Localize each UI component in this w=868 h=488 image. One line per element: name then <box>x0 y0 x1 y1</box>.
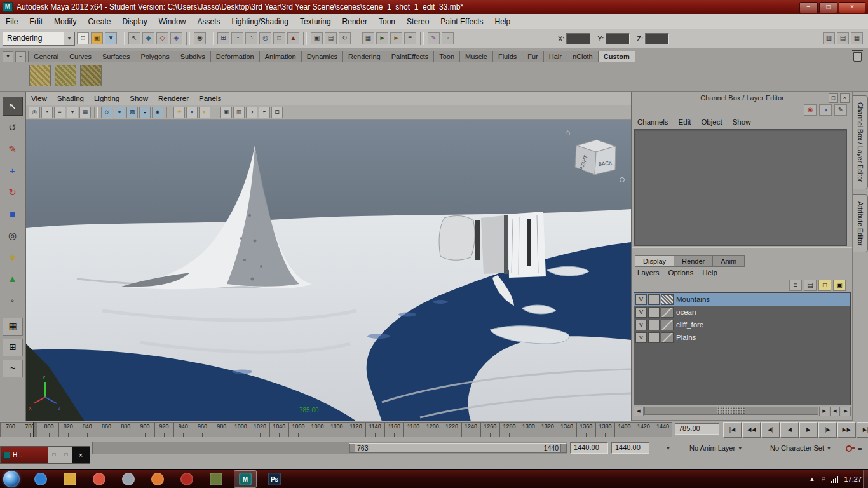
time-tick[interactable]: 1200 <box>423 423 442 437</box>
taskbar-app-7[interactable] <box>205 470 227 488</box>
scrollbar-grip[interactable] <box>717 407 745 414</box>
menubar-item[interactable]: Help <box>489 15 517 28</box>
layer-visibility-toggle[interactable]: V <box>635 332 647 343</box>
layer-color-swatch[interactable] <box>661 332 674 343</box>
wireframe-on-shaded-icon[interactable]: ◈ <box>152 107 163 118</box>
show-attribute-editor-icon[interactable]: ▥ <box>823 32 835 44</box>
time-tick[interactable]: 1340 <box>557 423 576 437</box>
taskbar-photoshop[interactable]: Ps <box>263 470 286 488</box>
menubar-item[interactable]: Render <box>337 15 373 28</box>
time-tick[interactable]: 1360 <box>576 423 595 437</box>
channel-box-menu-item[interactable]: Edit <box>679 118 691 126</box>
paint-selection-tool[interactable]: ✎ <box>3 140 23 159</box>
last-tool-used[interactable]: ◦ <box>3 291 23 310</box>
go-to-start-button[interactable]: |◀ <box>723 422 742 438</box>
time-tick[interactable]: 1140 <box>365 423 384 437</box>
make-live-icon[interactable]: ▲ <box>287 32 299 44</box>
taskbar-app-6[interactable] <box>175 470 198 488</box>
layer-list-scrollbar[interactable]: ◀ ▶ ◀ ▶ <box>634 407 851 415</box>
anim-layer-dropdown[interactable]: No Anim Layer ▼ <box>689 442 742 454</box>
taskbar-app-2[interactable] <box>58 470 81 488</box>
viewport-menu-item[interactable]: Shading <box>52 93 89 104</box>
lasso-select-tool[interactable]: ↺ <box>3 118 23 137</box>
channel-box-menu-item[interactable]: Channels <box>637 118 668 126</box>
viewport-menu-item[interactable]: Show <box>125 93 153 104</box>
layer-playback-toggle[interactable] <box>648 307 660 318</box>
taskbar-app-3[interactable] <box>88 470 111 488</box>
scene-3d-view[interactable]: ⌂ RIGHT BACK Y x z 785.00 <box>26 120 631 421</box>
layer-visibility-toggle[interactable]: V <box>635 294 647 305</box>
coordinate-field[interactable] <box>566 33 590 44</box>
shelf-tab[interactable]: nCloth <box>567 51 598 62</box>
open-scene-icon[interactable]: ▣ <box>91 32 103 44</box>
layer-name[interactable]: Plains <box>676 334 696 341</box>
time-tick[interactable]: 840 <box>78 423 97 437</box>
menubar-item[interactable]: Assets <box>191 15 226 28</box>
time-tick[interactable]: 1260 <box>480 423 499 437</box>
taskbar-app-5[interactable] <box>146 470 169 488</box>
time-tick[interactable]: 1180 <box>403 423 423 437</box>
scroll-left-end-icon[interactable]: ◀ <box>830 407 840 416</box>
scale-tool[interactable]: ■ <box>3 205 23 224</box>
select-by-component-icon[interactable]: ◇ <box>156 32 168 44</box>
layer-name[interactable]: ocean <box>676 308 696 316</box>
snap-to-grid-icon[interactable]: ⊞ <box>217 32 229 44</box>
layer-row[interactable]: V ocean <box>634 306 850 318</box>
hidden-icons-icon[interactable]: ▲ <box>809 476 815 482</box>
time-tick[interactable]: 1300 <box>519 423 538 437</box>
camera-attributes-icon[interactable]: ≡ <box>54 107 65 118</box>
collapsed-maximize-icon[interactable]: □ <box>60 447 72 463</box>
time-tick[interactable]: 920 <box>154 423 173 437</box>
menu-set-dropdown[interactable]: Rendering ▼ <box>3 32 75 46</box>
shelf-tab[interactable]: Subdivs <box>175 51 210 62</box>
menubar-item[interactable]: Create <box>82 15 116 28</box>
time-tick[interactable]: 1120 <box>346 423 365 437</box>
shelf-tab[interactable]: Surfaces <box>97 51 135 62</box>
viewport-menu-item[interactable]: Lighting <box>89 93 125 104</box>
layer-editor-menu-item[interactable]: Help <box>702 269 717 276</box>
minimize-button[interactable]: − <box>799 2 818 13</box>
layer-visibility-toggle[interactable]: V <box>635 320 647 330</box>
time-tick[interactable]: 980 <box>212 423 231 437</box>
scroll-left-icon[interactable]: ◀ <box>634 407 644 416</box>
panel-splitter[interactable]: ····· <box>632 247 852 253</box>
gamma-icon[interactable]: ◓ <box>259 107 270 118</box>
shelf-tab[interactable]: Fur <box>522 51 543 62</box>
time-tick[interactable]: 1000 <box>231 423 250 437</box>
taskbar-maya[interactable]: M <box>234 470 257 488</box>
playback-end-field[interactable]: 1440.00 <box>570 442 608 454</box>
textured-icon[interactable]: ▨ <box>126 107 138 118</box>
network-icon[interactable] <box>831 476 838 483</box>
bookmarks-icon[interactable]: ▾ <box>67 107 78 118</box>
time-tick[interactable]: 1080 <box>308 423 327 437</box>
play-backwards-button[interactable]: ◀ <box>780 422 799 438</box>
show-tool-settings-icon[interactable]: ▤ <box>837 32 849 44</box>
select-by-asset-icon[interactable]: ◈ <box>170 32 182 44</box>
wireframe-icon[interactable]: ◇ <box>101 107 112 118</box>
output-connections-icon[interactable]: ▤ <box>325 32 337 44</box>
layer-editor-tab[interactable]: Render <box>674 255 712 267</box>
layer-editor-tab[interactable]: Anim <box>712 255 745 267</box>
paint-effects-icon[interactable]: ✎ <box>428 32 440 44</box>
time-tick[interactable]: 1240 <box>461 423 480 437</box>
range-slider-bar[interactable]: 763 1440 <box>349 443 567 453</box>
shelf-item-3[interactable] <box>80 65 102 86</box>
character-set-dropdown[interactable]: No Character Set ▼ <box>770 442 831 454</box>
open-render-view-icon[interactable]: ▦ <box>362 32 374 44</box>
isolate-select-icon[interactable]: ▣ <box>220 107 232 118</box>
channel-edit-icon[interactable]: ✎ <box>834 104 847 116</box>
highlight-selection-icon[interactable]: ◉ <box>194 32 206 44</box>
channel-box-menu-item[interactable]: Show <box>733 118 751 126</box>
shelf-item-2[interactable] <box>55 65 76 86</box>
shelf-tab[interactable]: Polygons <box>135 51 174 62</box>
time-tick[interactable]: 1400 <box>614 423 634 437</box>
viewport-menu-item[interactable]: Renderer <box>153 93 194 104</box>
select-by-object-icon[interactable]: ◆ <box>142 32 154 44</box>
collapsed-close-icon[interactable]: × <box>72 447 90 463</box>
viewcube-home-icon[interactable]: ⌂ <box>565 127 570 137</box>
image-plane-icon[interactable]: ▦ <box>79 107 91 118</box>
menubar-item[interactable]: Toon <box>373 15 401 28</box>
resolution-gate-icon[interactable]: ⊡ <box>271 107 283 118</box>
viewport-menu-item[interactable]: View <box>26 93 52 104</box>
layer-options-icon[interactable]: ≡ <box>789 280 802 291</box>
